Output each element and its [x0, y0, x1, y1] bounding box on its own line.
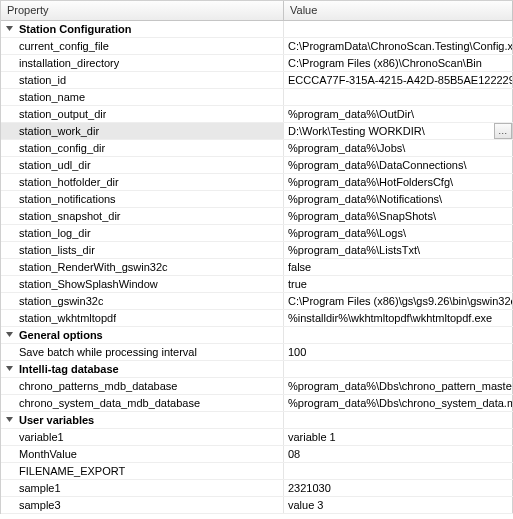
- section-header[interactable]: General options: [1, 327, 513, 344]
- property-name: station_lists_dir: [17, 242, 95, 258]
- property-value-text: false: [288, 259, 311, 275]
- property-row[interactable]: station_lists_dir%program_data%\ListsTxt…: [1, 242, 513, 259]
- property-value-text: %program_data%\Dbs\chrono_system_data.md…: [288, 395, 513, 411]
- collapse-icon[interactable]: [1, 361, 17, 377]
- property-value-text: C:\Program Files (x86)\gs\gs9.26\bin\gsw…: [288, 293, 513, 309]
- property-row[interactable]: station_name: [1, 89, 513, 106]
- property-value[interactable]: C:\Program Files (x86)\gs\gs9.26\bin\gsw…: [284, 293, 513, 309]
- property-value[interactable]: %program_data%\Dbs\chrono_pattern_master…: [284, 378, 513, 394]
- property-name: station_config_dir: [17, 140, 105, 156]
- property-name: chrono_patterns_mdb_database: [17, 378, 177, 394]
- property-row[interactable]: station_RenderWith_gswin32cfalse: [1, 259, 513, 276]
- property-value[interactable]: 08: [284, 446, 513, 462]
- property-value[interactable]: value 3: [284, 497, 513, 513]
- property-name: sample3: [17, 497, 61, 513]
- section-title: General options: [17, 327, 103, 343]
- property-value[interactable]: %program_data%\OutDir\: [284, 106, 513, 122]
- section-header[interactable]: Station Configuration: [1, 21, 513, 38]
- section-header[interactable]: Intelli-tag database: [1, 361, 513, 378]
- property-name: MonthValue: [17, 446, 77, 462]
- property-row[interactable]: station_notifications%program_data%\Noti…: [1, 191, 513, 208]
- property-name: station_ShowSplashWindow: [17, 276, 158, 292]
- property-value[interactable]: [284, 89, 513, 105]
- property-row[interactable]: station_udl_dir%program_data%\DataConnec…: [1, 157, 513, 174]
- property-value-text: value 3: [288, 497, 323, 513]
- property-value[interactable]: true: [284, 276, 513, 292]
- property-value[interactable]: 100: [284, 344, 513, 360]
- browse-button[interactable]: ...: [494, 123, 512, 139]
- property-value-text: variable 1: [288, 429, 336, 445]
- property-value-text: %program_data%\Notifications\: [288, 191, 442, 207]
- property-value[interactable]: ECCCA77F-315A-4215-A42D-85B5AE122229: [284, 72, 513, 88]
- property-value[interactable]: 2321030: [284, 480, 513, 496]
- property-name: station_output_dir: [17, 106, 106, 122]
- property-value-text: %installdir%\wkhtmltopdf\wkhtmltopdf.exe: [288, 310, 492, 326]
- section-header[interactable]: User variables: [1, 412, 513, 429]
- property-row[interactable]: current_config_fileC:\ProgramData\Chrono…: [1, 38, 513, 55]
- property-value[interactable]: %program_data%\ListsTxt\: [284, 242, 513, 258]
- property-value[interactable]: %program_data%\DataConnections\: [284, 157, 513, 173]
- property-value-text: 08: [288, 446, 300, 462]
- property-value-text: %program_data%\Dbs\chrono_pattern_master…: [288, 378, 513, 394]
- property-value-text: 2321030: [288, 480, 331, 496]
- property-name: station_snapshot_dir: [17, 208, 121, 224]
- property-value-text: %program_data%\DataConnections\: [288, 157, 467, 173]
- property-value[interactable]: %program_data%\SnapShots\: [284, 208, 513, 224]
- property-row[interactable]: station_hotfolder_dir%program_data%\HotF…: [1, 174, 513, 191]
- grid-header: Property Value: [1, 1, 513, 21]
- section-value-empty: [284, 21, 513, 37]
- property-row[interactable]: chrono_patterns_mdb_database%program_dat…: [1, 378, 513, 395]
- collapse-icon[interactable]: [1, 412, 17, 428]
- property-value-text: 100: [288, 344, 306, 360]
- property-row[interactable]: chrono_system_data_mdb_database%program_…: [1, 395, 513, 412]
- property-row[interactable]: station_output_dir%program_data%\OutDir\: [1, 106, 513, 123]
- property-value[interactable]: %program_data%\Logs\: [284, 225, 513, 241]
- section-value-empty: [284, 361, 513, 377]
- property-value[interactable]: C:\Program Files (x86)\ChronoScan\Bin: [284, 55, 513, 71]
- property-name: station_udl_dir: [17, 157, 91, 173]
- property-name: station_gswin32c: [17, 293, 103, 309]
- property-name: Save batch while processing interval: [17, 344, 197, 360]
- section-title: User variables: [17, 412, 94, 428]
- property-value[interactable]: %program_data%\Jobs\: [284, 140, 513, 156]
- collapse-icon[interactable]: [1, 327, 17, 343]
- property-row[interactable]: station_snapshot_dir%program_data%\SnapS…: [1, 208, 513, 225]
- property-row[interactable]: variable1variable 1: [1, 429, 513, 446]
- section-title: Intelli-tag database: [17, 361, 119, 377]
- property-value[interactable]: C:\ProgramData\ChronoScan.Testing\Config…: [284, 38, 513, 54]
- property-row[interactable]: station_ShowSplashWindowtrue: [1, 276, 513, 293]
- header-property[interactable]: Property: [1, 1, 284, 20]
- property-row[interactable]: station_log_dir%program_data%\Logs\: [1, 225, 513, 242]
- property-name: station_id: [17, 72, 66, 88]
- property-row[interactable]: station_gswin32cC:\Program Files (x86)\g…: [1, 293, 513, 310]
- property-row[interactable]: Save batch while processing interval100: [1, 344, 513, 361]
- property-row[interactable]: station_idECCCA77F-315A-4215-A42D-85B5AE…: [1, 72, 513, 89]
- property-row[interactable]: installation_directoryC:\Program Files (…: [1, 55, 513, 72]
- property-value[interactable]: variable 1: [284, 429, 513, 445]
- property-value-text: true: [288, 276, 307, 292]
- property-value[interactable]: %installdir%\wkhtmltopdf\wkhtmltopdf.exe: [284, 310, 513, 326]
- section-value-empty: [284, 412, 513, 428]
- property-name: station_notifications: [17, 191, 116, 207]
- property-value[interactable]: D:\Work\Testing WORKDIR\...: [284, 123, 513, 139]
- property-value[interactable]: false: [284, 259, 513, 275]
- property-value-text: %program_data%\Jobs\: [288, 140, 405, 156]
- property-row[interactable]: sample12321030: [1, 480, 513, 497]
- property-row[interactable]: station_work_dirD:\Work\Testing WORKDIR\…: [1, 123, 513, 140]
- property-row[interactable]: MonthValue08: [1, 446, 513, 463]
- property-name: installation_directory: [17, 55, 119, 71]
- property-value[interactable]: %program_data%\Dbs\chrono_system_data.md…: [284, 395, 513, 411]
- property-name: chrono_system_data_mdb_database: [17, 395, 200, 411]
- property-row[interactable]: FILENAME_EXPORT: [1, 463, 513, 480]
- property-row[interactable]: station_config_dir%program_data%\Jobs\: [1, 140, 513, 157]
- header-value[interactable]: Value: [284, 1, 513, 20]
- property-row[interactable]: station_wkhtmltopdf%installdir%\wkhtmlto…: [1, 310, 513, 327]
- property-value-text: ECCCA77F-315A-4215-A42D-85B5AE122229: [288, 72, 513, 88]
- property-value[interactable]: [284, 463, 513, 479]
- property-value-text: C:\Program Files (x86)\ChronoScan\Bin: [288, 55, 482, 71]
- property-value[interactable]: %program_data%\HotFoldersCfg\: [284, 174, 513, 190]
- property-name: station_log_dir: [17, 225, 91, 241]
- property-row[interactable]: sample3value 3: [1, 497, 513, 514]
- property-value[interactable]: %program_data%\Notifications\: [284, 191, 513, 207]
- collapse-icon[interactable]: [1, 21, 17, 37]
